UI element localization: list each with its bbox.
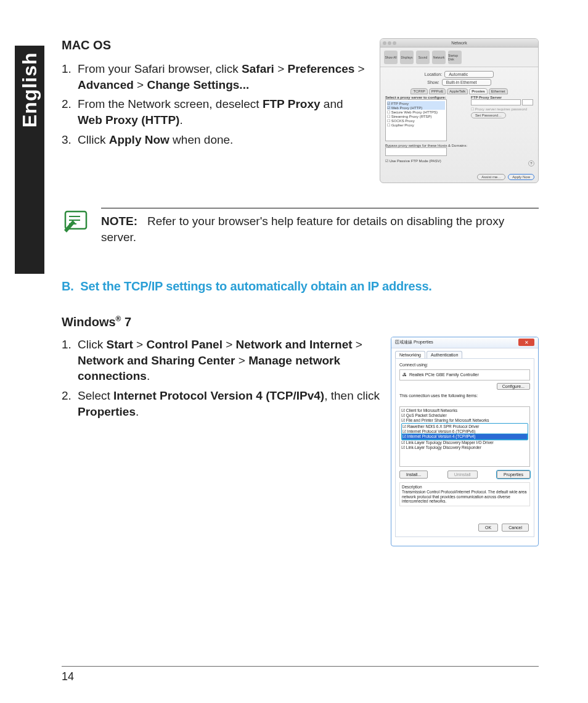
tab-authentication: Authentication	[427, 351, 462, 358]
term-change-settings: Change Settings...	[147, 78, 249, 91]
page-content: MAC OS 1. From your Safari browser, clic…	[62, 38, 539, 546]
text: Cllick	[78, 133, 109, 146]
install-button: Install...	[399, 471, 428, 479]
win-step-2: 2. Select Internet Protocol Version 4 (T…	[62, 388, 380, 419]
toolbar-displays: Displays	[400, 51, 414, 64]
list-item: Client for Microsoft Networks	[406, 408, 457, 413]
toolbar-sound: Sound	[416, 51, 430, 64]
note-callout: NOTE: Refer to your browser's help featu…	[62, 208, 539, 245]
bypass-field	[385, 147, 447, 156]
dialog-title: 區域連線 Properties	[395, 339, 433, 345]
term-control-panel: Control Panel	[146, 338, 223, 351]
close-button-icon: ✕	[518, 339, 534, 346]
proxy-list-label: Select a proxy server to configure:	[385, 96, 467, 99]
section-prefix: B.	[62, 279, 74, 293]
tab-ethernet: Ethernet	[489, 88, 508, 94]
description-text: Transmission Control Protocol/Internet P…	[402, 490, 528, 504]
step-number: 2.	[62, 96, 78, 128]
sep: >	[223, 338, 236, 351]
text: .	[136, 405, 139, 418]
proxy-list: ☑ FTP Proxy ☑ Web Proxy (HTTP) ☐ Secure …	[385, 99, 447, 141]
term-properties: Properties	[78, 405, 136, 418]
list-item: Gopher Proxy	[391, 123, 414, 127]
set-password-button: Set Password…	[471, 112, 506, 118]
location-label: Location:	[425, 72, 442, 76]
term-network-internet: Network and Internet	[236, 338, 353, 351]
term-start: Start	[106, 338, 133, 351]
assist-me-button: Assist me…	[477, 174, 505, 180]
step-number: 1.	[62, 61, 78, 92]
term-preferences: Preferences	[288, 62, 355, 75]
page-number: 14	[62, 670, 74, 683]
adapter-name: Realtek PCIe GBE Family Controller	[409, 372, 479, 377]
text: .	[147, 369, 150, 382]
sep: >	[353, 338, 362, 351]
tab-proxies: Proxies	[469, 88, 488, 94]
bypass-label: Bypass proxy settings for these Hosts & …	[385, 144, 467, 147]
note-icon	[62, 208, 90, 232]
text: .	[179, 113, 182, 126]
uninstall-button: Uninstall	[447, 471, 478, 479]
list-item-selected: Internet Protocol Version 4 (TCP/IPv4)	[407, 434, 476, 438]
windows7-heading: Windows® 7	[62, 314, 539, 329]
section-title: Set the TCP/IP settings to automatically…	[80, 279, 431, 293]
ok-button: OK	[478, 524, 498, 532]
list-item: Link-Layer Topology Discovery Responder	[406, 445, 481, 450]
list-item: QoS Packet Scheduler	[406, 413, 447, 417]
sep: >	[274, 62, 288, 75]
toolbar-startup-disk: Startup Disk	[448, 51, 462, 64]
window-title: Network	[380, 41, 538, 45]
note-text-body: Refer to your browser's help feature for…	[101, 215, 504, 244]
text: Select	[78, 389, 113, 402]
tab-appletalk: AppleTalk	[447, 88, 468, 94]
term-apply-now: Apply Now	[109, 133, 169, 146]
page-footer: 14	[62, 666, 539, 683]
list-item: Rawether NDIS 6.X SPR Protocol Driver	[407, 424, 480, 429]
text: From the Network screen, deselect	[78, 97, 263, 110]
macos-network-screenshot: Network Show All Displays Sound Network …	[380, 38, 539, 183]
toolbar-network: Network	[432, 51, 446, 64]
location-select: Automatic	[444, 71, 494, 78]
term-sharing-center: Network and Sharing Center	[78, 354, 235, 367]
connect-using-label: Connect using:	[399, 363, 530, 367]
tab-tcpip: TCP/IP	[410, 88, 427, 94]
proxy-port-field	[522, 99, 533, 105]
step-number: 3.	[62, 132, 78, 148]
macos-heading: MAC OS	[62, 38, 367, 52]
sep: >	[133, 338, 147, 351]
help-icon: ?	[528, 160, 534, 166]
description-label: Description	[402, 485, 528, 490]
configure-button: Configure...	[497, 383, 530, 390]
text: From your Safari browser, click	[78, 62, 242, 75]
description-box: Description Transmission Control Protoco…	[399, 482, 530, 506]
term-ftp-proxy: FTP Proxy	[263, 97, 321, 110]
macos-step-1: 1. From your Safari browser, click Safar…	[62, 61, 367, 92]
components-list: ☑ Client for Microsoft Networks ☑ QoS Pa…	[399, 406, 530, 467]
tab-networking: Networking	[395, 351, 425, 358]
section-b-heading: B. Set the TCP/IP settings to automatica…	[62, 279, 539, 294]
macos-step-2: 2. From the Network screen, deselect FTP…	[62, 96, 367, 128]
cancel-button: Cancel	[502, 524, 529, 532]
list-item: Internet Protocol Version 6 (TCP/IPv6)	[407, 429, 476, 434]
uses-items-label: This connection uses the following items…	[399, 393, 530, 398]
list-item: Link-Layer Topology Discovery Mapper I/O…	[406, 440, 494, 445]
adapter-icon: 🖧	[402, 372, 407, 377]
note-label: NOTE:	[101, 215, 137, 228]
properties-button: Properties	[497, 471, 530, 479]
text: Click	[78, 338, 106, 351]
sep: >	[134, 78, 147, 91]
text: when done.	[169, 133, 234, 146]
list-item: File and Printer Sharing for Microsoft N…	[406, 418, 489, 422]
step-number: 1.	[62, 337, 78, 384]
language-tab: English	[15, 46, 44, 274]
windows-properties-screenshot: 區域連線 Properties ✕ Networking Authenticat…	[391, 337, 539, 546]
sep: >	[354, 62, 364, 75]
show-label: Show:	[427, 80, 439, 84]
step-number: 2.	[62, 388, 78, 419]
term-advanced: Advanced	[78, 78, 134, 91]
text: , then click	[324, 389, 380, 402]
term-safari: Safari	[242, 62, 274, 75]
proxy-server-field	[471, 99, 521, 105]
adapter-field: 🖧 Realtek PCIe GBE Family Controller	[399, 369, 530, 380]
text: and	[321, 97, 343, 110]
